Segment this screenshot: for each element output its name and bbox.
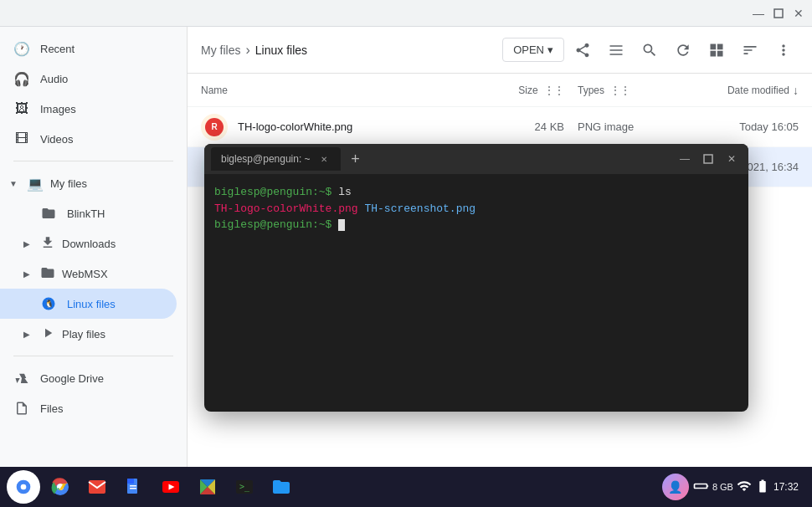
open-button[interactable]: OPEN ▾ — [502, 38, 564, 62]
recent-icon: 🕐 — [13, 41, 30, 57]
sidebar-item-googledrive[interactable]: Google Drive — [0, 363, 177, 393]
svg-rect-7 — [704, 155, 712, 163]
terminal-tab[interactable]: biglesp@penguin: ~ ✕ — [211, 147, 341, 171]
svg-rect-15 — [130, 485, 136, 487]
sidebar-item-label: Linux files — [67, 298, 116, 310]
user-avatar: 👤 — [662, 474, 689, 500]
taskbar-files[interactable] — [265, 470, 298, 504]
maximize-button[interactable] — [772, 7, 785, 20]
taskbar-docs[interactable] — [117, 470, 151, 504]
sidebar-item-downloads[interactable]: ▶ Downloads — [0, 228, 177, 259]
app-container: 🕐 Recent 🎧 Audio 🖼 Images 🎞 Videos ▼ 💻 M… — [0, 27, 812, 467]
sidebar-item-label: Images — [40, 103, 76, 115]
terminal-body[interactable]: biglesp@penguin:~$ ls TH-logo-colorWhite… — [204, 174, 748, 412]
expand-arrow: ▶ — [13, 330, 40, 339]
googledrive-icon — [13, 371, 30, 386]
taskbar-gmail[interactable] — [80, 470, 114, 504]
taskbar-playstore[interactable] — [191, 470, 224, 504]
svg-rect-16 — [130, 488, 136, 489]
storage-label — [692, 478, 709, 497]
sidebar-divider — [13, 161, 173, 161]
sidebar-item-label: Files — [40, 402, 63, 415]
search-button[interactable] — [635, 35, 665, 65]
sidebar-item-webmsx[interactable]: ▶ WebMSX — [0, 259, 177, 289]
file-list-header: Name Size ⋮⋮ Types ⋮⋮ Date modified ↓ — [188, 74, 812, 107]
wifi-icon — [737, 479, 752, 496]
open-label: OPEN — [513, 44, 544, 56]
terminal-tab-close[interactable]: ✕ — [317, 152, 331, 166]
sort-button[interactable] — [735, 35, 765, 65]
column-types[interactable]: Types ⋮⋮ — [564, 84, 665, 96]
sidebar-item-label: My files — [50, 177, 87, 190]
breadcrumb-current: Linux files — [255, 44, 307, 57]
sidebar-item-images[interactable]: 🖼 Images — [0, 94, 177, 124]
title-bar: — ✕ — [0, 0, 812, 27]
launcher-button[interactable] — [7, 470, 40, 504]
sidebar-item-files[interactable]: Files — [0, 393, 177, 423]
terminal-minimize-button[interactable]: — — [675, 149, 695, 169]
file-name: TH-logo-colorWhite.png — [238, 120, 352, 133]
sidebar-item-label: Videos — [40, 133, 74, 146]
sidebar-item-audio[interactable]: 🎧 Audio — [0, 64, 177, 94]
table-row[interactable]: R TH-logo-colorWhite.png 24 KB PNG image… — [188, 107, 812, 147]
terminal-maximize-button[interactable] — [698, 149, 718, 169]
breadcrumb: My files › Linux files — [201, 43, 496, 58]
close-button[interactable]: ✕ — [792, 7, 805, 20]
terminal-window: biglesp@penguin: ~ ✕ + — ✕ biglesp@pengu… — [204, 144, 748, 412]
taskbar-chrome[interactable] — [44, 470, 77, 504]
sidebar-item-recent[interactable]: 🕐 Recent — [0, 33, 177, 64]
folder-icon — [40, 206, 57, 221]
terminal-line-3: biglesp@penguin:~$ — [214, 217, 738, 233]
file-icon: R — [201, 114, 228, 141]
breadcrumb-sep: › — [245, 43, 249, 58]
battery-text: 8 GB — [712, 482, 733, 492]
svg-rect-14 — [127, 479, 134, 484]
grid-view-button[interactable] — [702, 35, 732, 65]
terminal-new-tab-button[interactable]: + — [344, 147, 367, 171]
sidebar-item-label: Audio — [40, 73, 68, 85]
linux-icon: 🐧 — [40, 296, 57, 311]
terminal-line-1: biglesp@penguin:~$ ls — [214, 184, 738, 201]
sidebar-item-playfiles[interactable]: ▶ Play files — [0, 319, 177, 349]
folder-icon — [40, 265, 55, 283]
clock: 17:32 — [773, 481, 799, 493]
audio-icon: 🎧 — [13, 71, 30, 87]
sidebar-item-label: Google Drive — [40, 372, 104, 385]
toolbar: My files › Linux files OPEN ▾ — [188, 27, 812, 74]
minimize-button[interactable]: — — [752, 7, 765, 20]
sidebar-item-label: Downloads — [62, 238, 116, 250]
more-options-button[interactable] — [768, 35, 799, 65]
terminal-close-button[interactable]: ✕ — [722, 149, 742, 169]
sidebar-item-myfiles[interactable]: ▼ 💻 My files — [0, 168, 177, 198]
playfiles-icon — [40, 325, 55, 343]
svg-text:>_: >_ — [239, 482, 250, 492]
open-arrow: ▾ — [547, 44, 553, 56]
file-type: PNG image — [564, 120, 665, 133]
view-toggle-button[interactable] — [601, 35, 631, 65]
taskbar-status[interactable]: 👤 8 GB 17:32 — [655, 470, 805, 504]
terminal-titlebar: biglesp@penguin: ~ ✕ + — ✕ — [204, 144, 748, 174]
files-icon — [13, 401, 30, 416]
column-size[interactable]: Size ⋮⋮ — [497, 84, 564, 96]
sidebar-item-linuxfiles[interactable]: 🐧 Linux files — [0, 289, 177, 319]
sidebar-divider-2 — [13, 356, 173, 356]
svg-text:R: R — [211, 122, 218, 131]
sidebar-item-blinkth[interactable]: BlinkTH — [0, 198, 177, 228]
taskbar-youtube[interactable] — [154, 470, 188, 504]
battery-icon — [755, 479, 770, 496]
sidebar-item-videos[interactable]: 🎞 Videos — [0, 124, 177, 154]
taskbar-terminal[interactable]: >_ — [228, 470, 261, 504]
expand-arrow: ▶ — [13, 269, 40, 279]
column-date[interactable]: Date modified ↓ — [665, 84, 799, 97]
sidebar-item-label: Play files — [62, 328, 105, 341]
refresh-button[interactable] — [668, 35, 698, 65]
column-name[interactable]: Name — [201, 84, 497, 96]
terminal-tab-label: biglesp@penguin: ~ — [221, 153, 311, 165]
sidebar-item-label: Recent — [40, 43, 75, 55]
share-button[interactable] — [568, 35, 598, 65]
breadcrumb-parent[interactable]: My files — [201, 44, 240, 57]
file-date: Today 16:05 — [665, 120, 799, 133]
expand-arrow: ▼ — [0, 179, 27, 188]
videos-icon: 🎞 — [13, 131, 30, 146]
download-icon — [40, 235, 55, 253]
